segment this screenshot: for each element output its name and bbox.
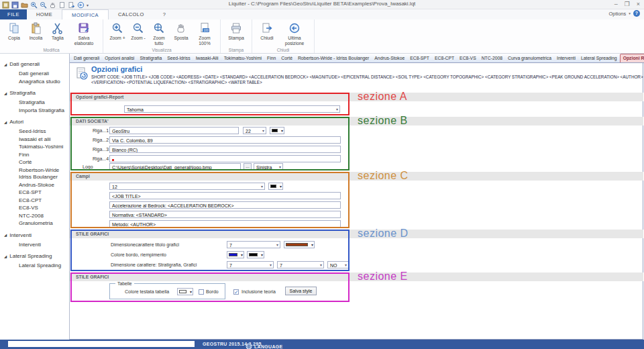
bordo-label: Bordo (206, 289, 219, 294)
title-color-picker[interactable] (284, 241, 315, 248)
tab-calcolo[interactable]: CALCOLO (109, 9, 154, 19)
doctab-robertson-wride[interactable]: Robertson-Wride - Idriss Boulanger (295, 54, 372, 62)
doctab-ec8-spt[interactable]: EC8-SPT (407, 54, 432, 62)
riga4-input[interactable] (109, 155, 341, 162)
zoom-plus-button[interactable]: Zoom + (107, 21, 127, 41)
title-size-dropdown[interactable]: 7 (227, 241, 280, 248)
tree-item-ec8-spt[interactable]: EC8-SPT (0, 189, 69, 197)
svg-text:100: 100 (203, 29, 209, 32)
tree-group-dati-generali[interactable]: ◢Dati generali (4, 61, 69, 67)
last-position-icon (288, 21, 301, 34)
inclusione-teoria-checkbox[interactable] (233, 289, 239, 295)
annotation-sezione-c: sezione C (358, 170, 409, 182)
page-title: Opzioni grafici (91, 65, 142, 73)
bordo-checkbox[interactable] (199, 289, 204, 295)
tree-item-iwasaki-et-alii[interactable]: Iwasaki et alii (0, 136, 69, 144)
doctab-opzioni-report[interactable]: Opzioni Report (620, 54, 644, 62)
salva-elaborato-button[interactable]: Salva elaborato (69, 21, 99, 46)
doctab-iwasaki-alii[interactable]: Iwasaki-Alii (193, 54, 221, 62)
salva-style-button[interactable]: Salva style (285, 287, 317, 295)
restore-button[interactable]: ❐ (625, 0, 630, 9)
tree-item-anagrafica-studio[interactable]: Anagrafica studio (0, 79, 69, 86)
tree-item-robertson-wride[interactable]: Robertson-Wride Idriss Boulanger (0, 167, 69, 181)
tree-group-interventi[interactable]: ◢Interventi (4, 232, 69, 238)
tree-item-seed-idriss[interactable]: Seed-Idriss (0, 128, 69, 136)
tree-item-andrus-stokoe[interactable]: Andrus-Stokoe (0, 182, 69, 189)
stampa-button[interactable]: Stampa (225, 21, 248, 41)
doctab-tokimatsu-yoshimi[interactable]: Tokimatsu-Yoshimi (221, 54, 264, 62)
riga3-input[interactable]: Bianco (RC) (109, 146, 341, 153)
campo-metodo-input[interactable]: Metodo: <AUTHOR> (109, 220, 341, 228)
copia-button[interactable]: Copia (4, 21, 24, 41)
tree-item-ntc-2008[interactable]: NTC-2008 (0, 213, 69, 220)
tree-group-lateral-spreading[interactable]: ◢Lateral Spreading (4, 253, 69, 259)
doctab-opzioni-analisi[interactable]: Opzioni analisi (102, 54, 137, 62)
riga1-size-dropdown[interactable]: 22 (243, 127, 266, 134)
tree-item-granulometria[interactable]: Granulometria (0, 220, 69, 228)
table-header-color-picker[interactable] (177, 288, 193, 295)
options-menu[interactable]: Options ▾ ? (608, 10, 640, 17)
tab-home[interactable]: HOME (27, 9, 62, 19)
strat-size-dropdown[interactable]: 7 (227, 261, 274, 268)
tab-modifica[interactable]: MODIFICA (62, 9, 109, 19)
campo-accelerazione-input[interactable]: Accelerazione al Bedrock: <ACCELERATION … (109, 201, 341, 209)
riga2-input[interactable]: Via C. Colombo, 89 (109, 136, 341, 144)
tab-help[interactable]: ? (154, 9, 176, 19)
chiudi-button[interactable]: Chiudi (256, 21, 278, 41)
browse-button[interactable]: ... (244, 163, 252, 170)
campo-job-title-input[interactable]: <JOB TITLE> (109, 192, 341, 199)
tree-item-dati-generali[interactable]: Dati generali (0, 70, 69, 78)
doctab-corte[interactable]: Cortè (278, 54, 295, 62)
fill-color-picker[interactable] (247, 251, 264, 258)
doctab-ntc-2008[interactable]: NTC-2008 (479, 54, 505, 62)
doctab-curva-granulometrica[interactable]: Curva granulometrica (505, 54, 554, 62)
zoom-minus-button[interactable]: Zoom - (129, 21, 148, 41)
tree-group-autori[interactable]: ◢Autori (4, 119, 69, 125)
language-selector[interactable]: LANGUAGE (246, 340, 282, 349)
doctab-andrus-stokoe[interactable]: Andrus-Stokoe (372, 54, 407, 62)
logo-align-dropdown[interactable]: Sinistra (254, 163, 283, 170)
close-button[interactable]: × (637, 0, 640, 9)
ribbon-group-visualizza: Zoom + Zoom - Zoom tutto Sposta 100 Zoom… (103, 19, 221, 53)
doctab-finn[interactable]: Finn (264, 54, 278, 62)
tree-item-finn[interactable]: Finn (0, 152, 69, 159)
doctab-dati-generali[interactable]: Dati generali (71, 54, 102, 62)
tree-group-stratigrafia[interactable]: ◢Stratigrafia (4, 90, 69, 96)
doctab-interventi[interactable]: Interventi (554, 54, 578, 62)
doctab-seed-idriss[interactable]: Seed-Idriss (164, 54, 193, 62)
doctab-lateral-spreading[interactable]: Lateral Spreading (578, 54, 620, 62)
incolla-button[interactable]: Incolla (25, 21, 46, 41)
campo-normativa-input[interactable]: Normativa: <STANDARD> (109, 211, 341, 218)
riga1-input[interactable]: GeoStru (109, 127, 239, 134)
ribbon-group-label: Modifica (0, 48, 103, 52)
zoom-tutto-button[interactable]: Zoom tutto (149, 21, 169, 46)
option-dropdown[interactable]: NO (327, 261, 349, 268)
taglia-button[interactable]: Taglia (48, 21, 68, 41)
tree-item-corte[interactable]: Cortè (0, 159, 69, 166)
tree-item-lateral-spreading[interactable]: Lateral Spreading (0, 262, 69, 270)
tree-item-importa-stratigrafia[interactable]: Importa Stratigrafia (0, 107, 69, 115)
section-header-band: Campi (70, 172, 643, 181)
minimize-button[interactable]: – (614, 0, 618, 9)
tab-file[interactable]: FILE (0, 9, 27, 19)
doctab-ec8-vs[interactable]: EC8-VS (457, 54, 479, 62)
ultima-posizione-button[interactable]: Ultima posizione (279, 21, 310, 46)
graph-size-dropdown[interactable]: 7 (277, 261, 324, 268)
help-icon[interactable]: ? (633, 10, 640, 17)
tree-item-ec8-vs[interactable]: EC8-VS (0, 205, 69, 212)
doctab-ec8-cpt[interactable]: EC8-CPT (432, 54, 457, 62)
riga1-color-picker[interactable] (270, 127, 284, 134)
tree-item-tokimatsu-yoshimi[interactable]: Tokimatsu-Yoshimi (0, 144, 69, 151)
tree-item-interventi[interactable]: Interventi (0, 242, 69, 249)
sposta-button[interactable]: Sposta (170, 21, 192, 41)
tree-item-stratigrafia[interactable]: Stratigrafia (0, 99, 69, 107)
campi-size-dropdown[interactable]: 12 (109, 183, 265, 190)
logo-path-input[interactable]: C:\Users\Sonia\Desktop\Dati_generali\log… (109, 163, 241, 170)
tree-item-ec8-cpt[interactable]: EC8-CPT (0, 197, 69, 205)
campi-color-picker[interactable] (268, 183, 283, 190)
report-font-dropdown[interactable]: Tahoma (124, 105, 340, 113)
color-swatch (272, 129, 278, 132)
border-color-picker[interactable] (227, 251, 244, 258)
doctab-stratigrafia[interactable]: Stratigrafia (137, 54, 164, 62)
zoom-100-button[interactable]: 100 Zoom 100% (193, 21, 216, 46)
